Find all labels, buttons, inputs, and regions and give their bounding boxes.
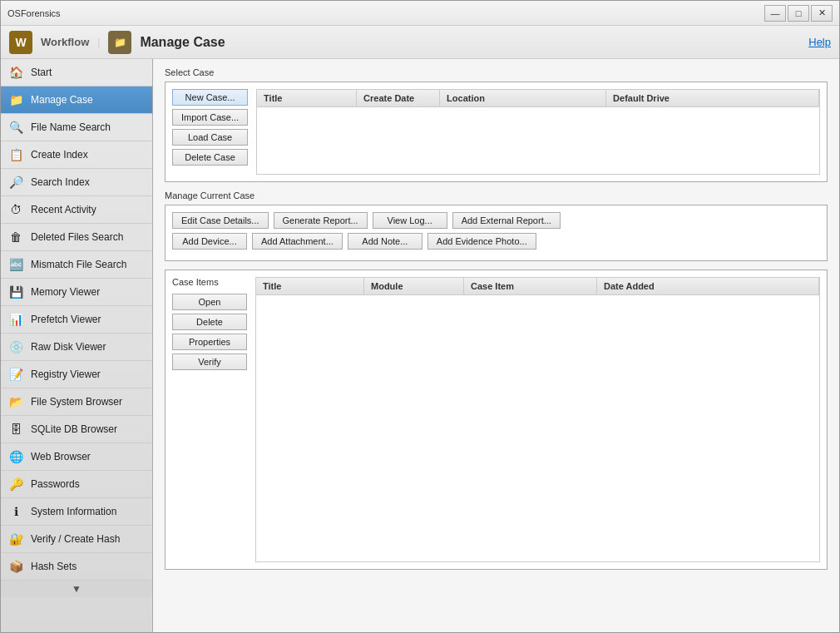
- registry-icon: 📝: [7, 366, 24, 383]
- add-attachment-button[interactable]: Add Attachment...: [252, 233, 343, 250]
- case-items-buttons: Case Items Open Delete Properties Verify: [172, 277, 247, 562]
- sidebar-label-recent-activity: Recent Activity: [31, 204, 96, 215]
- sidebar-item-sqlite[interactable]: 🗄SQLite DB Browser: [1, 416, 152, 443]
- sidebar-label-file-name-search: File Name Search: [31, 121, 111, 133]
- case-items-panel: Case Items Open Delete Properties Verify…: [165, 270, 828, 570]
- delete-button[interactable]: Delete: [172, 314, 247, 330]
- page-title: Manage Case: [140, 35, 225, 50]
- sidebar-item-start[interactable]: 🏠Start: [1, 59, 152, 87]
- verify-button[interactable]: Verify: [172, 354, 247, 370]
- sidebar-label-verify-hash: Verify / Create Hash: [31, 533, 120, 545]
- select-case-panel: New Case... Import Case... Load Case Del…: [165, 82, 828, 182]
- sidebar-label-passwords: Passwords: [31, 478, 80, 490]
- sidebar-item-search-index[interactable]: 🔎Search Index: [1, 169, 152, 196]
- system-info-icon: ℹ: [7, 503, 24, 520]
- sidebar-label-memory-viewer: Memory Viewer: [31, 286, 100, 298]
- sidebar-item-registry[interactable]: 📝Registry Viewer: [1, 361, 152, 388]
- toolbar: W Workflow | 📁 Manage Case Help: [1, 26, 839, 59]
- sidebar: 🏠Start📁Manage Case🔍File Name Search📋Crea…: [1, 59, 153, 633]
- sidebar-item-prefetch-viewer[interactable]: 📊Prefetch Viewer: [1, 306, 152, 334]
- edit-case-details-button[interactable]: Edit Case Details...: [172, 212, 269, 229]
- sidebar-scroll-down[interactable]: ▼: [1, 581, 152, 597]
- manage-case-label: Manage Current Case: [165, 190, 828, 200]
- sidebar-label-prefetch-viewer: Prefetch Viewer: [31, 314, 101, 325]
- sidebar-item-system-info[interactable]: ℹSystem Information: [1, 498, 152, 526]
- search-index-icon: 🔎: [7, 174, 24, 190]
- sidebar-item-deleted-files[interactable]: 🗑Deleted Files Search: [1, 224, 152, 251]
- sidebar-label-mismatch-file: Mismatch File Search: [31, 259, 126, 270]
- case-items-table-header: Title Module Case Item Date Added: [256, 278, 819, 295]
- close-button[interactable]: ✕: [811, 5, 833, 22]
- memory-viewer-icon: 💾: [7, 284, 24, 300]
- create-index-icon: 📋: [7, 146, 24, 163]
- add-device-button[interactable]: Add Device...: [172, 233, 247, 250]
- sidebar-label-start: Start: [31, 67, 52, 78]
- select-case-label: Select Case: [165, 67, 828, 77]
- sidebar-label-hash-sets: Hash Sets: [31, 561, 77, 572]
- add-external-report-button[interactable]: Add External Report...: [452, 212, 561, 229]
- manage-current-case-panel: Edit Case Details... Generate Report... …: [165, 205, 828, 261]
- raw-disk-icon: 💿: [7, 339, 24, 355]
- title-bar-left: OSForensics: [7, 8, 61, 18]
- delete-case-button[interactable]: Delete Case: [172, 149, 248, 166]
- case-items-area: Case Items Open Delete Properties Verify…: [166, 270, 827, 569]
- file-name-search-icon: 🔍: [7, 119, 24, 136]
- sidebar-item-memory-viewer[interactable]: 💾Memory Viewer: [1, 279, 152, 306]
- sidebar-item-file-name-search[interactable]: 🔍File Name Search: [1, 114, 152, 141]
- col2-module-header: Module: [364, 278, 464, 294]
- sidebar-item-create-index[interactable]: 📋Create Index: [1, 141, 152, 169]
- open-button[interactable]: Open: [172, 294, 247, 310]
- manage-case-icon: 📁: [108, 31, 131, 54]
- content-area: Select Case New Case... Import Case... L…: [153, 59, 839, 633]
- case-items-table: Title Module Case Item Date Added: [255, 277, 820, 562]
- sqlite-icon: 🗄: [7, 421, 24, 438]
- workflow-label: Workflow: [41, 36, 89, 48]
- hash-sets-icon: 📦: [7, 558, 24, 575]
- add-note-button[interactable]: Add Note...: [348, 233, 422, 250]
- col2-item-header: Case Item: [464, 278, 597, 294]
- sidebar-item-manage-case[interactable]: 📁Manage Case: [1, 87, 152, 114]
- properties-button[interactable]: Properties: [172, 334, 247, 350]
- select-case-area: New Case... Import Case... Load Case Del…: [166, 82, 827, 181]
- sidebar-label-manage-case: Manage Case: [31, 94, 93, 106]
- start-icon: 🏠: [7, 64, 24, 81]
- col-drive-header: Default Drive: [606, 90, 819, 106]
- manage-case-icon: 📁: [7, 91, 24, 108]
- sidebar-label-web-browser: Web Browser: [31, 451, 91, 462]
- sidebar-label-file-system: File System Browser: [31, 396, 122, 408]
- sidebar-item-passwords[interactable]: 🔑Passwords: [1, 471, 152, 498]
- sidebar-item-hash-sets[interactable]: 📦Hash Sets: [1, 553, 152, 581]
- col2-title-header: Title: [256, 278, 364, 294]
- manage-row-2: Add Device... Add Attachment... Add Note…: [172, 233, 820, 250]
- sidebar-label-sqlite: SQLite DB Browser: [31, 423, 117, 435]
- prefetch-viewer-icon: 📊: [7, 311, 24, 328]
- sidebar-item-mismatch-file[interactable]: 🔤Mismatch File Search: [1, 251, 152, 279]
- generate-report-button[interactable]: Generate Report...: [274, 212, 368, 229]
- new-case-button[interactable]: New Case...: [172, 89, 248, 106]
- load-case-button[interactable]: Load Case: [172, 129, 248, 146]
- recent-activity-icon: ⏱: [7, 201, 24, 218]
- sidebar-item-verify-hash[interactable]: 🔐Verify / Create Hash: [1, 526, 152, 553]
- passwords-icon: 🔑: [7, 476, 24, 492]
- sidebar-label-registry: Registry Viewer: [31, 368, 101, 380]
- col2-date-header: Date Added: [597, 278, 819, 294]
- web-browser-icon: 🌐: [7, 448, 24, 465]
- view-log-button[interactable]: View Log...: [373, 212, 447, 229]
- sidebar-label-deleted-files: Deleted Files Search: [31, 231, 123, 243]
- sidebar-item-web-browser[interactable]: 🌐Web Browser: [1, 443, 152, 471]
- add-evidence-photo-button[interactable]: Add Evidence Photo...: [427, 233, 536, 250]
- sidebar-item-file-system[interactable]: 📂File System Browser: [1, 388, 152, 416]
- select-case-table: Title Create Date Location Default Drive: [256, 89, 820, 175]
- help-link[interactable]: Help: [808, 36, 831, 48]
- col-date-header: Create Date: [357, 90, 440, 106]
- manage-section: Edit Case Details... Generate Report... …: [166, 205, 827, 260]
- select-case-buttons: New Case... Import Case... Load Case Del…: [172, 89, 248, 175]
- select-case-table-body: [257, 107, 819, 174]
- minimize-button[interactable]: —: [764, 5, 786, 22]
- import-case-button[interactable]: Import Case...: [172, 109, 248, 126]
- case-items-label: Case Items: [172, 277, 247, 287]
- sidebar-item-raw-disk[interactable]: 💿Raw Disk Viewer: [1, 334, 152, 361]
- title-bar-controls: — □ ✕: [764, 5, 833, 22]
- maximize-button[interactable]: □: [788, 5, 809, 22]
- sidebar-item-recent-activity[interactable]: ⏱Recent Activity: [1, 196, 152, 224]
